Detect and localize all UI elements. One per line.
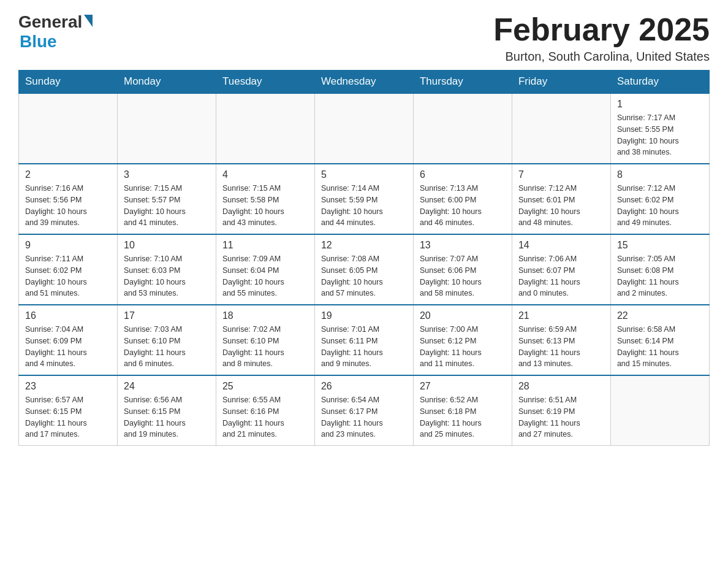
calendar-header-monday: Monday xyxy=(117,71,216,94)
calendar-week-4: 16Sunrise: 7:04 AMSunset: 6:09 PMDayligh… xyxy=(19,305,710,375)
day-info: Sunrise: 7:11 AMSunset: 6:02 PMDaylight:… xyxy=(25,253,111,299)
calendar-cell: 15Sunrise: 7:05 AMSunset: 6:08 PMDayligh… xyxy=(610,234,709,305)
day-number: 11 xyxy=(222,240,308,251)
calendar-cell: 1Sunrise: 7:17 AMSunset: 5:55 PMDaylight… xyxy=(610,93,709,164)
day-info: Sunrise: 6:51 AMSunset: 6:19 PMDaylight:… xyxy=(518,394,604,440)
calendar-week-1: 1Sunrise: 7:17 AMSunset: 5:55 PMDaylight… xyxy=(19,93,710,164)
calendar-cell xyxy=(216,93,314,164)
day-info: Sunrise: 6:59 AMSunset: 6:13 PMDaylight:… xyxy=(518,324,604,370)
day-info: Sunrise: 7:04 AMSunset: 6:09 PMDaylight:… xyxy=(25,324,111,370)
day-info: Sunrise: 7:10 AMSunset: 6:03 PMDaylight:… xyxy=(124,253,210,299)
logo-arrow-icon xyxy=(84,15,93,27)
day-number: 24 xyxy=(124,381,210,392)
calendar-cell: 24Sunrise: 6:56 AMSunset: 6:15 PMDayligh… xyxy=(117,375,216,446)
calendar-cell xyxy=(19,93,118,164)
calendar-cell: 22Sunrise: 6:58 AMSunset: 6:14 PMDayligh… xyxy=(610,305,709,375)
day-info: Sunrise: 7:07 AMSunset: 6:06 PMDaylight:… xyxy=(420,253,506,299)
calendar-header-friday: Friday xyxy=(512,71,610,94)
calendar-header-sunday: Sunday xyxy=(19,71,118,94)
day-info: Sunrise: 6:55 AMSunset: 6:16 PMDaylight:… xyxy=(222,394,308,440)
calendar-cell: 4Sunrise: 7:15 AMSunset: 5:58 PMDaylight… xyxy=(216,164,314,234)
day-number: 15 xyxy=(617,240,703,251)
day-info: Sunrise: 7:15 AMSunset: 5:57 PMDaylight:… xyxy=(124,183,210,229)
calendar-table: SundayMondayTuesdayWednesdayThursdayFrid… xyxy=(18,70,710,446)
calendar-cell: 5Sunrise: 7:14 AMSunset: 5:59 PMDaylight… xyxy=(314,164,413,234)
calendar-subtitle: Burton, South Carolina, United States xyxy=(493,50,710,64)
calendar-cell: 13Sunrise: 7:07 AMSunset: 6:06 PMDayligh… xyxy=(413,234,512,305)
day-info: Sunrise: 7:09 AMSunset: 6:04 PMDaylight:… xyxy=(222,253,308,299)
calendar-week-2: 2Sunrise: 7:16 AMSunset: 5:56 PMDaylight… xyxy=(19,164,710,234)
day-number: 1 xyxy=(617,99,703,110)
calendar-cell: 10Sunrise: 7:10 AMSunset: 6:03 PMDayligh… xyxy=(117,234,216,305)
day-info: Sunrise: 6:57 AMSunset: 6:15 PMDaylight:… xyxy=(25,394,111,440)
calendar-header-saturday: Saturday xyxy=(610,71,709,94)
day-number: 16 xyxy=(25,310,111,321)
day-number: 4 xyxy=(222,169,308,180)
day-number: 12 xyxy=(321,240,407,251)
day-info: Sunrise: 7:14 AMSunset: 5:59 PMDaylight:… xyxy=(321,183,407,229)
day-info: Sunrise: 7:08 AMSunset: 6:05 PMDaylight:… xyxy=(321,253,407,299)
calendar-week-3: 9Sunrise: 7:11 AMSunset: 6:02 PMDaylight… xyxy=(19,234,710,305)
day-number: 7 xyxy=(518,169,604,180)
calendar-title: February 2025 xyxy=(493,12,710,47)
day-info: Sunrise: 7:01 AMSunset: 6:11 PMDaylight:… xyxy=(321,324,407,370)
calendar-cell: 19Sunrise: 7:01 AMSunset: 6:11 PMDayligh… xyxy=(314,305,413,375)
day-info: Sunrise: 7:12 AMSunset: 6:02 PMDaylight:… xyxy=(617,183,703,229)
calendar-cell: 17Sunrise: 7:03 AMSunset: 6:10 PMDayligh… xyxy=(117,305,216,375)
calendar-cell: 11Sunrise: 7:09 AMSunset: 6:04 PMDayligh… xyxy=(216,234,314,305)
day-info: Sunrise: 6:56 AMSunset: 6:15 PMDaylight:… xyxy=(124,394,210,440)
day-number: 23 xyxy=(25,381,111,392)
day-number: 26 xyxy=(321,381,407,392)
day-number: 2 xyxy=(25,169,111,180)
day-number: 20 xyxy=(420,310,506,321)
logo-general-text: General xyxy=(18,12,82,32)
day-number: 18 xyxy=(222,310,308,321)
day-info: Sunrise: 7:03 AMSunset: 6:10 PMDaylight:… xyxy=(124,324,210,370)
day-info: Sunrise: 7:02 AMSunset: 6:10 PMDaylight:… xyxy=(222,324,308,370)
day-number: 25 xyxy=(222,381,308,392)
calendar-cell: 8Sunrise: 7:12 AMSunset: 6:02 PMDaylight… xyxy=(610,164,709,234)
calendar-cell: 23Sunrise: 6:57 AMSunset: 6:15 PMDayligh… xyxy=(19,375,118,446)
calendar-week-5: 23Sunrise: 6:57 AMSunset: 6:15 PMDayligh… xyxy=(19,375,710,446)
calendar-cell xyxy=(610,375,709,446)
calendar-cell xyxy=(512,93,610,164)
calendar-cell: 26Sunrise: 6:54 AMSunset: 6:17 PMDayligh… xyxy=(314,375,413,446)
day-number: 10 xyxy=(124,240,210,251)
day-number: 8 xyxy=(617,169,703,180)
calendar-cell xyxy=(117,93,216,164)
calendar-cell: 14Sunrise: 7:06 AMSunset: 6:07 PMDayligh… xyxy=(512,234,610,305)
day-info: Sunrise: 7:17 AMSunset: 5:55 PMDaylight:… xyxy=(617,112,703,158)
calendar-cell xyxy=(413,93,512,164)
calendar-cell: 21Sunrise: 6:59 AMSunset: 6:13 PMDayligh… xyxy=(512,305,610,375)
calendar-cell: 16Sunrise: 7:04 AMSunset: 6:09 PMDayligh… xyxy=(19,305,118,375)
day-info: Sunrise: 6:54 AMSunset: 6:17 PMDaylight:… xyxy=(321,394,407,440)
day-number: 3 xyxy=(124,169,210,180)
calendar-cell: 2Sunrise: 7:16 AMSunset: 5:56 PMDaylight… xyxy=(19,164,118,234)
day-info: Sunrise: 6:52 AMSunset: 6:18 PMDaylight:… xyxy=(420,394,506,440)
calendar-cell: 25Sunrise: 6:55 AMSunset: 6:16 PMDayligh… xyxy=(216,375,314,446)
logo: General Blue xyxy=(18,12,93,52)
day-info: Sunrise: 7:16 AMSunset: 5:56 PMDaylight:… xyxy=(25,183,111,229)
calendar-cell: 6Sunrise: 7:13 AMSunset: 6:00 PMDaylight… xyxy=(413,164,512,234)
calendar-header-row: SundayMondayTuesdayWednesdayThursdayFrid… xyxy=(19,71,710,94)
title-block: February 2025 Burton, South Carolina, Un… xyxy=(493,12,710,64)
day-info: Sunrise: 7:05 AMSunset: 6:08 PMDaylight:… xyxy=(617,253,703,299)
day-info: Sunrise: 7:13 AMSunset: 6:00 PMDaylight:… xyxy=(420,183,506,229)
calendar-cell: 27Sunrise: 6:52 AMSunset: 6:18 PMDayligh… xyxy=(413,375,512,446)
calendar-header-tuesday: Tuesday xyxy=(216,71,314,94)
day-number: 27 xyxy=(420,381,506,392)
day-info: Sunrise: 7:06 AMSunset: 6:07 PMDaylight:… xyxy=(518,253,604,299)
day-number: 22 xyxy=(617,310,703,321)
calendar-cell: 9Sunrise: 7:11 AMSunset: 6:02 PMDaylight… xyxy=(19,234,118,305)
calendar-cell: 3Sunrise: 7:15 AMSunset: 5:57 PMDaylight… xyxy=(117,164,216,234)
day-info: Sunrise: 7:12 AMSunset: 6:01 PMDaylight:… xyxy=(518,183,604,229)
logo-blue-text: Blue xyxy=(20,32,57,52)
day-info: Sunrise: 7:00 AMSunset: 6:12 PMDaylight:… xyxy=(420,324,506,370)
calendar-cell: 12Sunrise: 7:08 AMSunset: 6:05 PMDayligh… xyxy=(314,234,413,305)
calendar-header-thursday: Thursday xyxy=(413,71,512,94)
calendar-cell xyxy=(314,93,413,164)
day-number: 6 xyxy=(420,169,506,180)
calendar-cell: 28Sunrise: 6:51 AMSunset: 6:19 PMDayligh… xyxy=(512,375,610,446)
day-number: 5 xyxy=(321,169,407,180)
day-number: 9 xyxy=(25,240,111,251)
